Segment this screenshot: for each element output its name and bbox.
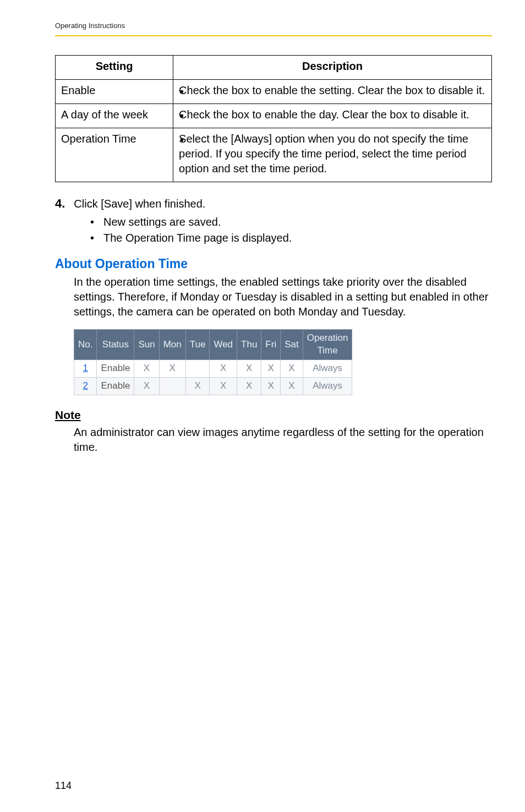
- example-table-head-no: No.: [74, 330, 97, 360]
- note-body: An administrator can view images anytime…: [74, 425, 492, 455]
- bullet-icon: •: [180, 108, 184, 123]
- example-row-sun: X: [134, 378, 159, 395]
- setting-description-text: Check the box to enable the day. Clear t…: [179, 108, 469, 121]
- settings-table-head-setting: Setting: [56, 55, 173, 79]
- example-row-wed: X: [210, 360, 237, 378]
- step-sub-bullet: The Operation Time page is displayed.: [90, 231, 492, 246]
- example-row-thu: X: [237, 360, 261, 378]
- example-table-head-fri: Fri: [261, 330, 281, 360]
- step-sub-bullets: New settings are saved. The Operation Ti…: [90, 215, 492, 246]
- settings-table-row: A day of the week • Check the box to ena…: [56, 103, 492, 128]
- example-row-tue: X: [185, 378, 210, 395]
- example-row-mon: X: [159, 360, 185, 378]
- optime-line1: Operation: [307, 333, 348, 343]
- example-row-sat: X: [281, 378, 303, 395]
- setting-description-text: Check the box to enable the setting. Cle…: [179, 84, 485, 96]
- operation-time-example-table: No. Status Sun Mon Tue Wed Thu Fri Sat O…: [74, 329, 352, 395]
- optime-line2: Time: [317, 345, 337, 356]
- step-text: Click [Save] when finished.: [74, 197, 205, 211]
- header-rule: [55, 35, 492, 36]
- example-row-thu: X: [237, 378, 261, 395]
- example-table-head-status: Status: [97, 330, 134, 360]
- example-row-optime: Always: [303, 360, 352, 378]
- example-row-sun: X: [134, 360, 159, 378]
- example-table-head-sun: Sun: [134, 330, 159, 360]
- example-row-fri: X: [261, 360, 281, 378]
- example-table-head-wed: Wed: [210, 330, 237, 360]
- setting-name: Operation Time: [56, 128, 173, 182]
- example-row-no[interactable]: 2: [74, 378, 97, 395]
- page-number: 114: [55, 779, 72, 792]
- note-heading: Note: [55, 407, 492, 423]
- step-sub-bullet: New settings are saved.: [90, 215, 492, 230]
- setting-name: Enable: [56, 79, 173, 103]
- example-row-no[interactable]: 1: [74, 360, 97, 378]
- example-row-fri: X: [261, 378, 281, 395]
- setting-description: • Check the box to enable the day. Clear…: [173, 103, 492, 128]
- example-row-optime: Always: [303, 378, 352, 395]
- example-table-head-optime: Operation Time: [303, 330, 352, 360]
- settings-table-head-row: Setting Description: [56, 55, 492, 79]
- bullet-icon: •: [180, 84, 184, 99]
- step-number: 4.: [55, 195, 65, 212]
- setting-description-text: Select the [Always] option when you do n…: [179, 133, 468, 175]
- settings-table-head-description: Description: [173, 55, 492, 79]
- running-head: Operating Instructions: [55, 21, 492, 31]
- example-table-head-thu: Thu: [237, 330, 261, 360]
- example-table-row: 2 Enable X X X X X X Always: [74, 378, 352, 395]
- setting-description: • Check the box to enable the setting. C…: [173, 79, 492, 103]
- settings-table-row: Operation Time • Select the [Always] opt…: [56, 128, 492, 182]
- example-table-head-sat: Sat: [281, 330, 303, 360]
- example-table-head-tue: Tue: [185, 330, 210, 360]
- setting-name: A day of the week: [56, 103, 173, 128]
- setting-description: • Select the [Always] option when you do…: [173, 128, 492, 182]
- example-row-status: Enable: [97, 360, 134, 378]
- example-table-head-row: No. Status Sun Mon Tue Wed Thu Fri Sat O…: [74, 330, 352, 360]
- settings-table-row: Enable • Check the box to enable the set…: [56, 79, 492, 103]
- example-row-sat: X: [281, 360, 303, 378]
- example-row-mon: [159, 378, 185, 395]
- example-row-status: Enable: [97, 378, 134, 395]
- settings-table: Setting Description Enable • Check the b…: [55, 55, 492, 182]
- step: 4. Click [Save] when finished.: [55, 195, 492, 212]
- example-table-head-mon: Mon: [159, 330, 185, 360]
- example-row-tue: [185, 360, 210, 378]
- section-body: In the operation time settings, the enab…: [74, 275, 492, 319]
- example-table-row: 1 Enable X X X X X X Always: [74, 360, 352, 378]
- example-row-wed: X: [210, 378, 237, 395]
- bullet-icon: •: [180, 133, 184, 148]
- section-heading: About Operation Time: [55, 255, 492, 273]
- page: Operating Instructions Setting Descripti…: [0, 0, 525, 812]
